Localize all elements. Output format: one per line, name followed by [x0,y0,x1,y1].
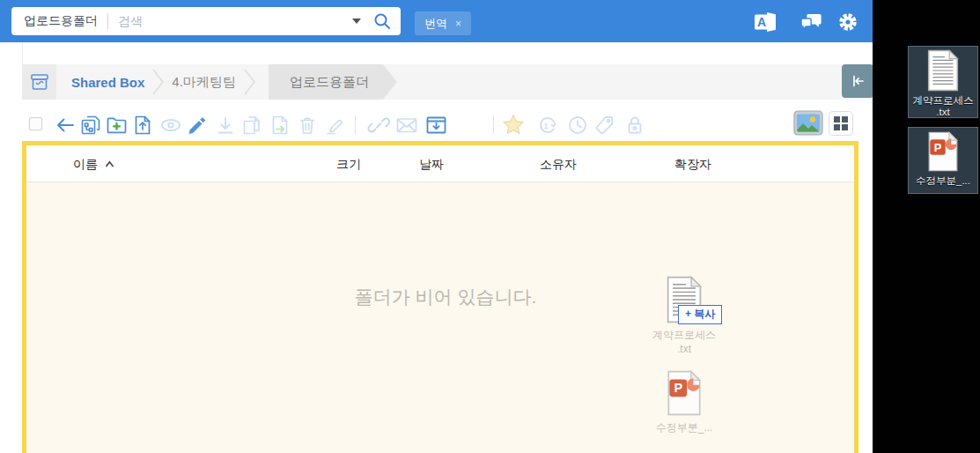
svg-text:1: 1 [543,122,548,130]
preview-eye-button[interactable] [159,115,182,136]
filebox-app-window: 업로드용폴더 번역 × A [0,0,873,453]
settings-gear-icon[interactable] [837,11,858,33]
search-dropdown-caret-icon[interactable] [352,19,361,24]
lock-button[interactable] [624,115,645,136]
toolbar: 1 [22,100,873,141]
upload-button[interactable] [132,115,153,136]
select-all-checkbox[interactable] [29,117,42,130]
sort-asc-icon [105,160,114,167]
favorite-star-button[interactable] [501,113,526,137]
chevron-right-icon [244,65,255,99]
search-scope-label: 업로드용폴더 [24,13,98,29]
shared-box-icon[interactable] [23,64,56,100]
search-box[interactable]: 업로드용폴더 [11,7,401,35]
chat-icon[interactable] [799,11,822,33]
search-scope-divider [107,13,108,29]
file-list-drop-area[interactable]: 이름 크기 날짜 소유자 확장자 폴더가 비어 있습니다. + 복사 계약프로세… [22,141,858,453]
breadcrumb-root[interactable]: Shared Box [71,75,144,90]
collapse-arrow-icon [851,74,865,88]
grid-view-button[interactable] [829,111,853,136]
desktop-icon-ppt-file[interactable]: 수정부분_... [908,127,978,194]
share-link-button[interactable] [367,115,390,136]
filter-tag-translate[interactable]: 번역 × [415,11,471,35]
desktop-icon-label: 계약프로세스 [909,95,977,107]
table-header: 이름 크기 날짜 소유자 확장자 [26,145,854,182]
app-header: 업로드용폴더 번역 × A [0,0,873,42]
toolbar-separator [355,115,356,134]
desktop-icon-label: .txt [909,107,977,118]
filter-tag-label: 번역 [424,16,447,32]
column-header-size[interactable]: 크기 [336,145,361,182]
toolbar-separator [493,115,494,134]
drag-file-extension: .txt [644,343,725,355]
column-label: 이름 [73,145,98,182]
drag-ghost-txt-file: + 복사 계약프로세스 .txt [644,276,725,355]
translate-a-icon[interactable]: A [754,11,778,33]
move-document-button[interactable] [269,115,291,136]
drag-file-name: 수정부분_... [644,421,725,434]
copy-button[interactable] [241,115,262,136]
breadcrumb: Shared Box 4.마케팅팀 업로드용폴더 [23,64,873,100]
search-input[interactable] [118,14,347,28]
drag-file-name: 계약프로세스 [644,329,725,341]
column-header-owner[interactable]: 소유자 [540,145,577,182]
save-window-button[interactable] [425,115,447,136]
history-clock-button[interactable] [567,115,588,136]
powerpoint-file-icon [926,131,960,172]
empty-folder-message: 폴더가 비어 있습니다. [355,285,537,309]
filter-tag-close-icon[interactable]: × [455,18,461,30]
text-file-icon [925,49,961,92]
breadcrumb-item-marketing[interactable]: 4.마케팅팀 [172,74,236,91]
version-sync-button[interactable]: 1 [536,115,559,136]
back-button[interactable] [55,115,76,136]
download-button[interactable] [215,115,236,136]
mail-button[interactable] [395,115,418,136]
chevron-right-icon [152,65,164,99]
edit-pencil-button[interactable] [187,115,208,136]
tag-button[interactable] [593,115,615,136]
search-icon[interactable] [373,12,391,30]
breadcrumb-item-current[interactable]: 업로드용폴더 [269,64,397,100]
svg-text:A: A [757,15,766,29]
column-header-name[interactable]: 이름 [73,145,114,182]
column-header-extension[interactable]: 확장자 [674,145,711,182]
new-folder-button[interactable] [106,115,128,136]
image-view-button[interactable] [793,110,823,137]
delete-trash-button[interactable] [297,115,318,136]
column-header-date[interactable]: 날짜 [419,145,444,182]
drag-copy-badge: + 복사 [678,305,722,324]
drag-ghost-ppt-file: 수정부분_... [644,370,725,434]
desktop-icon-label: 수정부분_... [909,175,977,187]
copy-structure-button[interactable] [80,115,101,136]
desktop-icon-txt-file[interactable]: 계약프로세스 .txt [908,46,978,118]
collapse-panel-button[interactable] [842,64,873,98]
sign-pen-button[interactable] [323,115,344,136]
powerpoint-file-icon [665,370,704,416]
